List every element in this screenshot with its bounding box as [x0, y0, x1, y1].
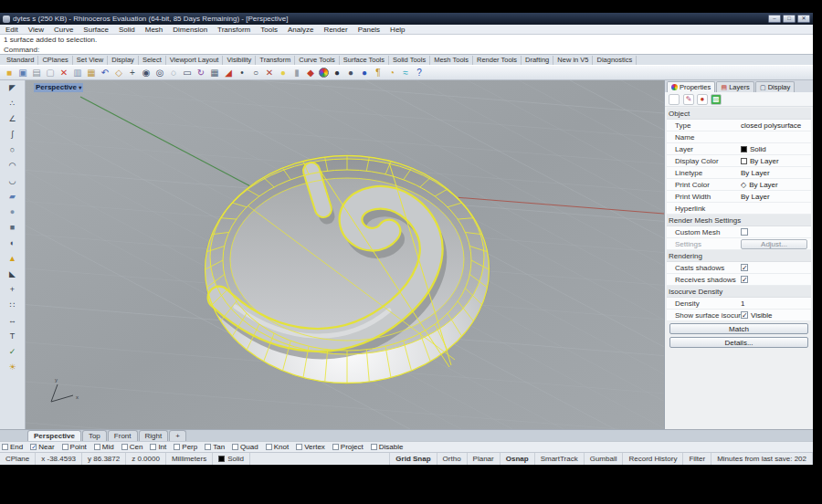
status-grid-snap[interactable]: Grid Snap [390, 453, 437, 465]
surface-tool-icon[interactable]: ▰ [6, 191, 18, 203]
osnap-point-checkbox[interactable] [62, 444, 68, 450]
osnap-vertex[interactable]: Vertex [296, 443, 325, 451]
osnap-near-checkbox[interactable]: ✓ [30, 444, 37, 450]
viewport-title[interactable]: Perspective ▾ [34, 83, 83, 92]
circle-tool-icon[interactable]: ○ [6, 144, 18, 156]
delete-icon[interactable]: ✕ [58, 67, 70, 79]
osnap-end-checkbox[interactable] [2, 444, 8, 450]
toolbar-tab-visibility[interactable]: Visibility [223, 56, 256, 65]
panel-tab-layers[interactable]: ▤Layers [716, 81, 754, 92]
texture-map-icon[interactable]: ▩ [711, 94, 722, 105]
viewport-3d-canvas[interactable]: x y [26, 80, 664, 429]
viewport-tab-item[interactable]: + [169, 430, 186, 441]
status-gumball[interactable]: Gumball [585, 453, 624, 465]
osnap-disable-checkbox[interactable] [371, 444, 377, 450]
ghosted-display-icon[interactable]: ● [344, 67, 357, 79]
receives-shadows-checkbox[interactable]: ✓ [741, 276, 748, 283]
curvature-analysis-icon[interactable]: ≈ [399, 67, 412, 79]
menu-surface[interactable]: Surface [83, 26, 109, 34]
object-properties-icon[interactable] [669, 94, 680, 105]
open-file-icon[interactable]: ■ [3, 67, 16, 79]
osnap-knot[interactable]: Knot [266, 443, 289, 451]
ellipse-tool-icon[interactable]: ◡ [6, 175, 18, 187]
point-snap-icon[interactable]: • [236, 67, 248, 79]
layer-state-icon[interactable]: ◢ [222, 67, 235, 79]
rendered-display-icon[interactable]: ● [358, 67, 371, 79]
fillet-tool-icon[interactable]: ◣ [6, 268, 18, 280]
custom-mesh-checkbox[interactable] [741, 228, 748, 236]
osnap-cen[interactable]: Cen [121, 443, 143, 451]
shell-icon[interactable]: ◔ [385, 67, 398, 79]
dimension-tool-icon[interactable]: ↔ [6, 315, 18, 327]
move-icon[interactable]: + [126, 67, 139, 79]
viewport-tab-front[interactable]: Front [108, 430, 138, 441]
render-tool-icon[interactable]: ☀ [6, 362, 18, 373]
status-minutes-from-last-save-202[interactable]: Minutes from last save: 202 [711, 453, 813, 465]
osnap-point[interactable]: Point [62, 443, 87, 451]
menu-panels[interactable]: Panels [358, 26, 380, 34]
zoom-extents-icon[interactable]: ▭ [181, 67, 194, 79]
menu-view[interactable]: View [28, 26, 44, 34]
color-swatch[interactable] [741, 146, 747, 152]
zoom-out-icon[interactable]: ◎ [153, 67, 166, 79]
status-solid[interactable]: Solid [213, 453, 250, 465]
save-icon[interactable]: ▣ [16, 67, 29, 79]
toolbar-tab-surface-tools[interactable]: Surface Tools [340, 56, 389, 65]
toolbar-tab-render-tools[interactable]: Render Tools [473, 56, 522, 65]
array-tool-icon[interactable]: ∷ [6, 299, 18, 311]
material-bucket-icon[interactable]: ◆ [304, 67, 317, 79]
viewport-tab-top[interactable]: Top [82, 430, 107, 441]
text-tool-icon[interactable]: T [6, 331, 18, 342]
toolbar-tab-new-in-v5[interactable]: New in V5 [553, 56, 593, 65]
menu-analyze[interactable]: Analyze [288, 26, 313, 34]
menu-render[interactable]: Render [323, 26, 347, 34]
osnap-near[interactable]: ✓Near [30, 443, 54, 451]
status-cplane[interactable]: CPlane [0, 453, 36, 465]
close-button[interactable]: ✕ [797, 15, 810, 23]
menu-tools[interactable]: Tools [260, 26, 278, 34]
viewport-tab-right[interactable]: Right [139, 430, 169, 441]
adjust-button[interactable]: Adjust... [741, 239, 807, 249]
osnap-perp[interactable]: Perp [174, 443, 197, 451]
points-icon[interactable]: ∴ [6, 98, 18, 110]
menu-help[interactable]: Help [390, 26, 405, 34]
color-swatch-diamond[interactable]: ◇ [741, 181, 746, 189]
copy-icon[interactable]: ▥ [71, 67, 84, 79]
toolbar-tab-set-view[interactable]: Set View [73, 56, 108, 65]
toolbar-tab-cplanes[interactable]: CPlanes [38, 56, 72, 65]
osnap-quad[interactable]: Quad [232, 443, 258, 451]
selected-solid-model[interactable] [205, 155, 490, 383]
menu-edit[interactable]: Edit [5, 26, 18, 34]
details-button[interactable]: Details... [669, 337, 808, 348]
match-button[interactable]: Match [669, 323, 808, 334]
osnap-int-checkbox[interactable] [150, 444, 156, 450]
curve-icon[interactable]: ʃ [6, 129, 18, 141]
menu-mesh[interactable]: Mesh [145, 26, 163, 34]
help-icon[interactable]: ? [413, 67, 426, 79]
menu-transform[interactable]: Transform [217, 26, 250, 34]
boolean-tool-icon[interactable]: ◐ [6, 237, 18, 249]
casts-shadows-checkbox[interactable]: ✓ [741, 264, 748, 271]
light-icon[interactable]: ● [697, 94, 708, 105]
pan-hand-icon[interactable]: ◇ [112, 67, 125, 79]
osnap-project-checkbox[interactable] [332, 444, 339, 450]
status-z-0-0000[interactable]: z 0.0000 [126, 453, 166, 465]
osnap-disable[interactable]: Disable [371, 443, 404, 451]
toolbar-tab-mesh-tools[interactable]: Mesh Tools [430, 56, 473, 65]
command-history-area[interactable]: 1 surface added to selection. Command: [0, 35, 813, 55]
toolbar-tab-drafting[interactable]: Drafting [522, 56, 553, 65]
sphere-tool-icon[interactable]: ● [6, 206, 18, 218]
toolbar-tab-diagnostics[interactable]: Diagnostics [593, 56, 637, 65]
select-pointer-icon[interactable]: ◤ [6, 82, 18, 94]
status-y-86-3872[interactable]: y 86.3872 [82, 453, 126, 465]
material-icon[interactable]: ✎ [683, 94, 694, 105]
status-x-38-4593[interactable]: x -38.4593 [36, 453, 82, 465]
menu-dimension[interactable]: Dimension [173, 26, 207, 34]
viewport-tab-perspective[interactable]: Perspective [27, 430, 81, 441]
status-smarttrack[interactable]: SmartTrack [535, 453, 585, 465]
osnap-vertex-checkbox[interactable] [296, 444, 302, 450]
toolbar-tab-select[interactable]: Select [139, 56, 166, 65]
arc-tool-icon[interactable]: ◠ [6, 160, 18, 172]
osnap-int[interactable]: Int [150, 443, 166, 451]
cylinder-icon[interactable]: ▮ [290, 67, 303, 79]
